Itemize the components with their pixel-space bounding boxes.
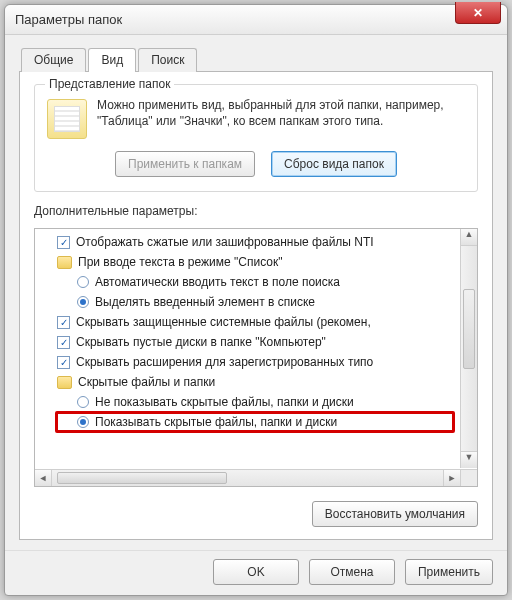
apply-button[interactable]: Применить xyxy=(405,559,493,585)
radio-icon[interactable] xyxy=(77,296,89,308)
vertical-scrollbar[interactable]: ▲ ▼ xyxy=(460,229,477,468)
scroll-thumb[interactable] xyxy=(463,289,475,369)
group-legend: Представление папок xyxy=(45,77,174,91)
option-label: Автоматически вводить текст в поле поиск… xyxy=(95,275,340,289)
group-description-row: Можно применить вид, выбранный для этой … xyxy=(47,97,465,139)
option-label: Скрывать защищенные системные файлы (рек… xyxy=(76,315,371,329)
reset-folders-button[interactable]: Сброс вида папок xyxy=(271,151,397,177)
option-search-highlight[interactable]: Выделять введенный элемент в списке xyxy=(39,292,475,312)
restore-defaults-button[interactable]: Восстановить умолчания xyxy=(312,501,478,527)
radio-icon[interactable] xyxy=(77,276,89,288)
restore-row: Восстановить умолчания xyxy=(34,501,478,527)
option-label: При вводе текста в режиме "Список" xyxy=(78,255,283,269)
option-hide-empty[interactable]: Скрывать пустые диски в папке "Компьютер… xyxy=(39,332,475,352)
option-hide-ext[interactable]: Скрывать расширения для зарегистрированн… xyxy=(39,352,475,372)
client-area: Общие Вид Поиск Представление папок Можн… xyxy=(5,35,507,550)
folder-icon xyxy=(57,256,72,269)
scroll-up-icon[interactable]: ▲ xyxy=(461,229,477,246)
option-show-compressed[interactable]: Отображать сжатые или зашифрованные файл… xyxy=(39,232,475,252)
option-hide-protected[interactable]: Скрывать защищенные системные файлы (рек… xyxy=(39,312,475,332)
option-label: Скрывать пустые диски в папке "Компьютер… xyxy=(76,335,326,349)
tree-viewport[interactable]: Отображать сжатые или зашифрованные файл… xyxy=(35,229,477,486)
scroll-left-icon[interactable]: ◄ xyxy=(35,470,52,486)
tab-strip: Общие Вид Поиск xyxy=(21,47,493,71)
option-dont-show-hidden[interactable]: Не показывать скрытые файлы, папки и дис… xyxy=(39,392,475,412)
group-buttons: Применить к папкам Сброс вида папок xyxy=(47,151,465,177)
folder-icon xyxy=(57,376,72,389)
scroll-thumb[interactable] xyxy=(57,472,227,484)
advanced-settings-tree: Отображать сжатые или зашифрованные файл… xyxy=(34,228,478,487)
cancel-button[interactable]: Отмена xyxy=(309,559,395,585)
folder-icon xyxy=(47,99,87,139)
scroll-down-icon[interactable]: ▼ xyxy=(461,451,477,468)
tab-panel-view: Представление папок Можно применить вид,… xyxy=(19,71,493,540)
checkbox-icon[interactable] xyxy=(57,336,70,349)
option-show-hidden[interactable]: Показывать скрытые файлы, папки и диски xyxy=(39,412,475,432)
checkbox-icon[interactable] xyxy=(57,316,70,329)
radio-icon[interactable] xyxy=(77,416,89,428)
option-label: Скрывать расширения для зарегистрированн… xyxy=(76,355,373,369)
tab-search[interactable]: Поиск xyxy=(138,48,197,72)
option-label: Отображать сжатые или зашифрованные файл… xyxy=(76,235,374,249)
tab-general[interactable]: Общие xyxy=(21,48,86,72)
dialog-buttons: OK Отмена Применить xyxy=(5,550,507,595)
scroll-corner xyxy=(460,469,477,486)
option-hidden-files-group: Скрытые файлы и папки xyxy=(39,372,475,392)
option-search-mode-group: При вводе текста в режиме "Список" xyxy=(39,252,475,272)
option-label: Показывать скрытые файлы, папки и диски xyxy=(95,415,337,429)
ok-button[interactable]: OK xyxy=(213,559,299,585)
option-label: Не показывать скрытые файлы, папки и дис… xyxy=(95,395,354,409)
radio-icon[interactable] xyxy=(77,396,89,408)
close-icon: ✕ xyxy=(473,6,483,20)
checkbox-icon[interactable] xyxy=(57,236,70,249)
titlebar[interactable]: Параметры папок ✕ xyxy=(5,5,507,35)
checkbox-icon[interactable] xyxy=(57,356,70,369)
scroll-right-icon[interactable]: ► xyxy=(443,470,460,486)
folder-options-dialog: Параметры папок ✕ Общие Вид Поиск Предст… xyxy=(4,4,508,596)
close-button[interactable]: ✕ xyxy=(455,2,501,24)
option-label: Скрытые файлы и папки xyxy=(78,375,215,389)
apply-to-folders-button[interactable]: Применить к папкам xyxy=(115,151,255,177)
advanced-label: Дополнительные параметры: xyxy=(34,204,478,218)
window-title: Параметры папок xyxy=(15,12,122,27)
option-search-auto[interactable]: Автоматически вводить текст в поле поиск… xyxy=(39,272,475,292)
horizontal-scrollbar[interactable]: ◄ ► xyxy=(35,469,460,486)
tab-view[interactable]: Вид xyxy=(88,48,136,72)
group-description: Можно применить вид, выбранный для этой … xyxy=(97,97,465,129)
folder-views-group: Представление папок Можно применить вид,… xyxy=(34,84,478,192)
option-label: Выделять введенный элемент в списке xyxy=(95,295,315,309)
